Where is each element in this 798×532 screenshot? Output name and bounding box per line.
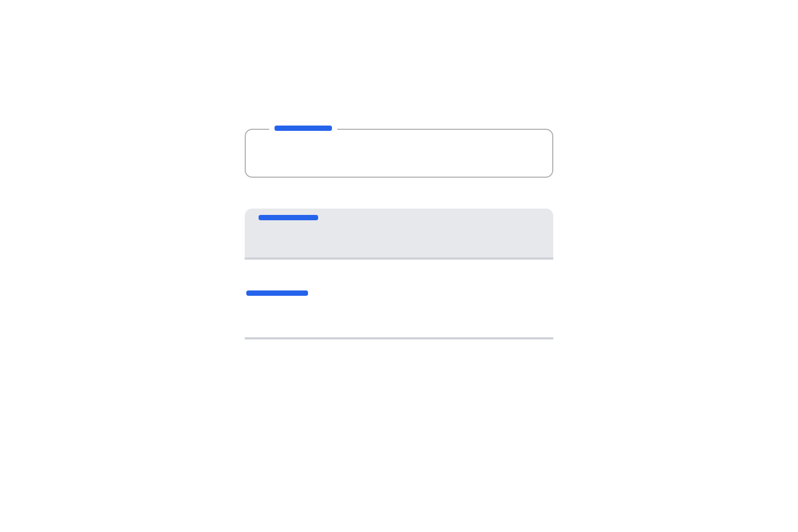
outlined-text-field[interactable] xyxy=(245,129,553,178)
standard-label xyxy=(246,290,308,296)
standard-input[interactable] xyxy=(245,290,553,337)
standard-text-field[interactable] xyxy=(245,290,553,339)
filled-text-field[interactable] xyxy=(245,209,553,260)
filled-label xyxy=(259,215,318,220)
outlined-label-notch xyxy=(269,126,337,131)
text-field-variants xyxy=(245,129,553,339)
outlined-input[interactable] xyxy=(246,130,552,177)
outlined-label xyxy=(275,126,332,131)
